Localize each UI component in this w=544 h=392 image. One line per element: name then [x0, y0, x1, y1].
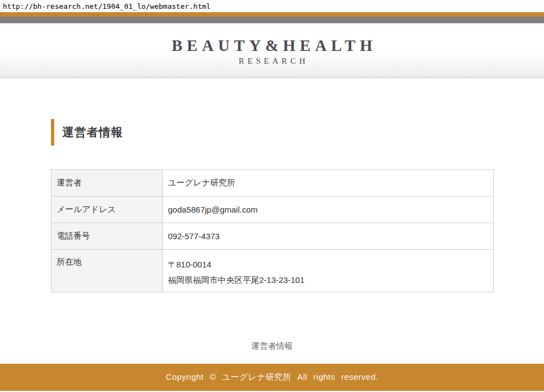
row-value-email: goda5867jp@gmail.com [162, 197, 493, 223]
logo-title: BEAUTY&HEALTH [167, 37, 376, 54]
site-header: BEAUTY&HEALTH RESEARCH [0, 23, 544, 78]
copyright-text: Copyright © ユーグレナ研究所 All rights reserved… [166, 372, 379, 383]
row-label-phone: 電話番号 [51, 223, 162, 250]
page-heading: 運営者情報 [51, 119, 494, 146]
address-street: 福岡県福岡市中央区平尾2-13-23-101 [168, 272, 488, 288]
row-label-address: 所在地 [51, 250, 162, 292]
footer-link-operator-info[interactable]: 運営者情報 [251, 341, 293, 350]
row-label-email: メールアドレス [51, 197, 162, 223]
address-postal-code: 〒810-0014 [168, 257, 488, 272]
row-value-operator: ユーグレナ研究所 [162, 170, 493, 197]
heading-accent-bar [51, 119, 54, 146]
table-row: 所在地 〒810-0014 福岡県福岡市中央区平尾2-13-23-101 [51, 250, 493, 292]
main-content: 運営者情報 運営者 ユーグレナ研究所 メールアドレス goda5867jp@gm… [51, 119, 494, 292]
table-row: メールアドレス goda5867jp@gmail.com [51, 197, 493, 223]
url-bar: http://bh-research.net/1904_01_lo/webmas… [0, 0, 544, 12]
page-title: 運営者情報 [63, 125, 123, 140]
logo-subtitle: RESEARCH [167, 56, 376, 66]
table-row: 運営者 ユーグレナ研究所 [51, 170, 493, 197]
footer-bar: Copyright © ユーグレナ研究所 All rights reserved… [0, 364, 544, 391]
table-row: 電話番号 092-577-4373 [51, 223, 493, 250]
gray-strip [0, 17, 544, 23]
row-label-operator: 運営者 [51, 170, 162, 197]
page-url: http://bh-research.net/1904_01_lo/webmas… [0, 2, 211, 11]
accent-strip [0, 12, 544, 17]
row-value-phone: 092-577-4373 [162, 223, 493, 250]
operator-info-table: 運営者 ユーグレナ研究所 メールアドレス goda5867jp@gmail.co… [51, 169, 494, 292]
footer-nav: 運営者情報 [0, 341, 544, 349]
site-logo[interactable]: BEAUTY&HEALTH RESEARCH [167, 37, 376, 66]
row-value-address: 〒810-0014 福岡県福岡市中央区平尾2-13-23-101 [162, 250, 493, 292]
